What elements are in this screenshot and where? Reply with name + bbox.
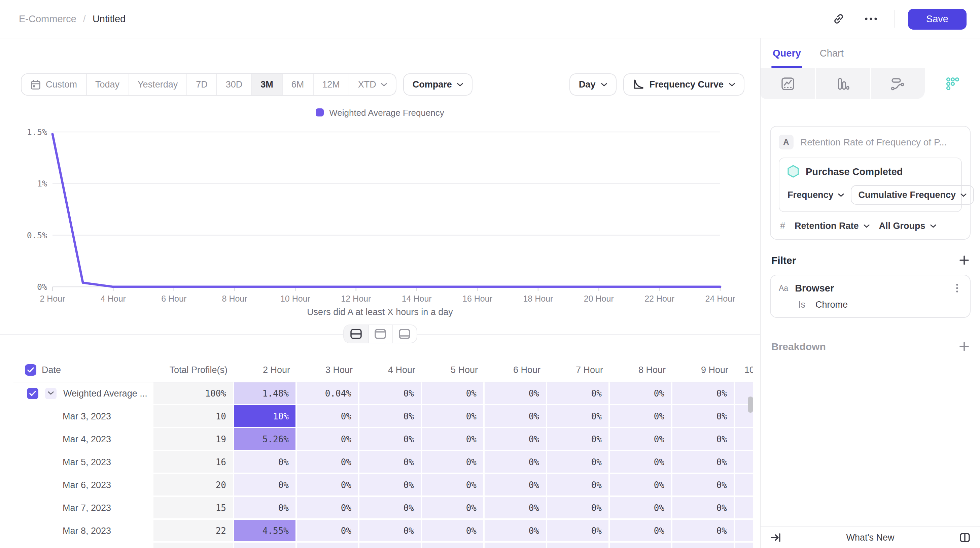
copy-link-button[interactable] bbox=[829, 10, 848, 28]
value-cell: 0% bbox=[610, 497, 672, 520]
range-7d[interactable]: 7D bbox=[186, 74, 216, 95]
row-label: Mar 7, 2023 bbox=[13, 503, 111, 513]
value-cell: 0% bbox=[422, 520, 485, 543]
column-header-date: Date bbox=[13, 364, 153, 376]
select-all-checkbox[interactable] bbox=[25, 364, 37, 376]
date-cell: Mar 8, 2023 bbox=[13, 520, 153, 543]
chevron-down-icon bbox=[601, 83, 607, 86]
chevron-down-icon bbox=[48, 391, 54, 395]
chart-legend[interactable]: Weighted Average Frequency bbox=[0, 107, 760, 118]
range-6m[interactable]: 6M bbox=[282, 74, 313, 95]
value-cell: 0% bbox=[422, 451, 485, 474]
filter-card: Aa Browser Is Chrome bbox=[770, 275, 970, 318]
range-today[interactable]: Today bbox=[86, 74, 128, 95]
range-label: 30D bbox=[226, 80, 243, 89]
value-cell: 0% bbox=[610, 405, 672, 428]
value-cell: 0% bbox=[547, 382, 610, 405]
range-label: 6M bbox=[291, 80, 304, 89]
range-12m[interactable]: 12M bbox=[313, 74, 348, 95]
groups-dropdown[interactable]: All Groups bbox=[879, 221, 936, 231]
report-type-insights[interactable] bbox=[760, 68, 815, 99]
compare-label: Compare bbox=[413, 80, 452, 89]
range-custom[interactable]: Custom bbox=[22, 74, 86, 95]
total-profiles-cell: 15 bbox=[153, 497, 234, 520]
value-cell bbox=[485, 543, 547, 548]
collapse-sidebar-icon[interactable] bbox=[770, 532, 781, 543]
layout-table-only-button[interactable] bbox=[392, 325, 416, 342]
value-cell: 0% bbox=[422, 497, 485, 520]
value-cell: 0% bbox=[672, 474, 735, 497]
row-label: Mar 8, 2023 bbox=[13, 526, 111, 535]
range-xtd[interactable]: XTD bbox=[348, 74, 396, 95]
kebab-menu-icon[interactable] bbox=[952, 283, 962, 293]
x-axis-title: Users did A at least X hours in a day bbox=[0, 307, 760, 318]
value-cell: 0% bbox=[360, 520, 422, 543]
value-cell: 0% bbox=[547, 497, 610, 520]
date-range-group: CustomTodayYesterday7D30D3M6M12MXTD bbox=[21, 73, 396, 96]
range-yesterday[interactable]: Yesterday bbox=[128, 74, 186, 95]
x-tick-label: 22 Hour bbox=[644, 294, 675, 303]
breadcrumb-project[interactable]: E-Commerce bbox=[19, 13, 76, 24]
check-icon bbox=[29, 390, 37, 396]
value-cell bbox=[422, 543, 485, 548]
table-row: Weighted Average ...100%1.48%0.04%0%0%0%… bbox=[13, 382, 753, 405]
step-title[interactable]: Retention Rate of Frequency of P... bbox=[800, 137, 947, 147]
value-cell: 0% bbox=[234, 497, 297, 520]
row-checkbox[interactable] bbox=[27, 387, 38, 399]
value-cell bbox=[360, 543, 422, 548]
metric-dropdown[interactable]: Retention Rate bbox=[795, 221, 870, 231]
value-cell: 0% bbox=[610, 474, 672, 497]
chart-type-dropdown[interactable]: Frequency Curve bbox=[623, 73, 745, 96]
report-title[interactable]: Untitled bbox=[92, 13, 126, 24]
value-cell: 0% bbox=[360, 428, 422, 451]
granularity-dropdown[interactable]: Day bbox=[570, 73, 617, 96]
value-cell: 0% bbox=[485, 382, 547, 405]
save-button[interactable]: Save bbox=[908, 8, 967, 29]
event-name: Purchase Completed bbox=[806, 166, 903, 177]
tab-chart[interactable]: Chart bbox=[820, 38, 844, 68]
frequency-line-series[interactable] bbox=[52, 134, 720, 287]
layout-split-view-button[interactable] bbox=[344, 325, 368, 342]
range-30d[interactable]: 30D bbox=[216, 74, 251, 95]
row-label: Mar 3, 2023 bbox=[13, 411, 111, 421]
flows-icon bbox=[891, 76, 905, 91]
value-cell: 0% bbox=[672, 497, 735, 520]
value-cell: 0% bbox=[547, 405, 610, 428]
link-icon bbox=[833, 13, 845, 25]
chevron-down-icon bbox=[961, 193, 967, 197]
check-icon bbox=[27, 367, 34, 373]
value-cell: 5.26% bbox=[234, 428, 297, 451]
value-cell: 0% bbox=[360, 451, 422, 474]
split-panel-icon[interactable] bbox=[959, 532, 970, 543]
layout-chart-only-button[interactable] bbox=[368, 325, 392, 342]
tab-query[interactable]: Query bbox=[773, 38, 801, 68]
table-header-row: DateTotal Profile(s)2 Hour3 Hour4 Hour5 … bbox=[13, 358, 753, 382]
range-3m[interactable]: 3M bbox=[251, 74, 282, 95]
frequency-line-chart: 0%0.5%1%1.5%2 Hour4 Hour6 Hour8 Hour10 H… bbox=[13, 124, 752, 306]
column-header-6-hour: 6 Hour bbox=[485, 365, 547, 375]
frequency-dropdown[interactable]: Frequency bbox=[788, 190, 845, 200]
chevron-down-icon bbox=[864, 224, 870, 228]
add-breakdown-button[interactable] bbox=[959, 341, 969, 351]
whats-new-link[interactable]: What's New bbox=[781, 532, 959, 543]
report-type-flows[interactable] bbox=[870, 68, 925, 99]
compare-button[interactable]: Compare bbox=[403, 73, 473, 96]
value-cell-clipped bbox=[735, 520, 753, 543]
total-profiles-cell: 19 bbox=[153, 428, 234, 451]
filter-value[interactable]: Chrome bbox=[815, 299, 848, 310]
table-row: Mar 4, 2023195.26%0%0%0%0%0%0%0% bbox=[13, 428, 753, 451]
report-type-retention[interactable] bbox=[925, 68, 980, 99]
y-tick-label: 1.5% bbox=[27, 127, 47, 137]
column-header-10-hour: 10 Hour bbox=[735, 365, 753, 375]
vertical-scrollbar[interactable] bbox=[748, 397, 753, 413]
event-selector[interactable]: Purchase Completed bbox=[788, 165, 953, 178]
add-filter-button[interactable] bbox=[959, 255, 969, 265]
x-tick-label: 10 Hour bbox=[280, 294, 310, 303]
row-expander[interactable] bbox=[45, 387, 57, 399]
report-type-funnels[interactable] bbox=[815, 68, 870, 99]
frequency-mode-dropdown[interactable]: Cumulative Frequency bbox=[851, 185, 974, 205]
filter-property[interactable]: Browser bbox=[795, 283, 946, 293]
filter-operator[interactable]: Is bbox=[798, 299, 805, 310]
more-menu-button[interactable] bbox=[862, 10, 880, 28]
value-cell bbox=[672, 543, 735, 548]
